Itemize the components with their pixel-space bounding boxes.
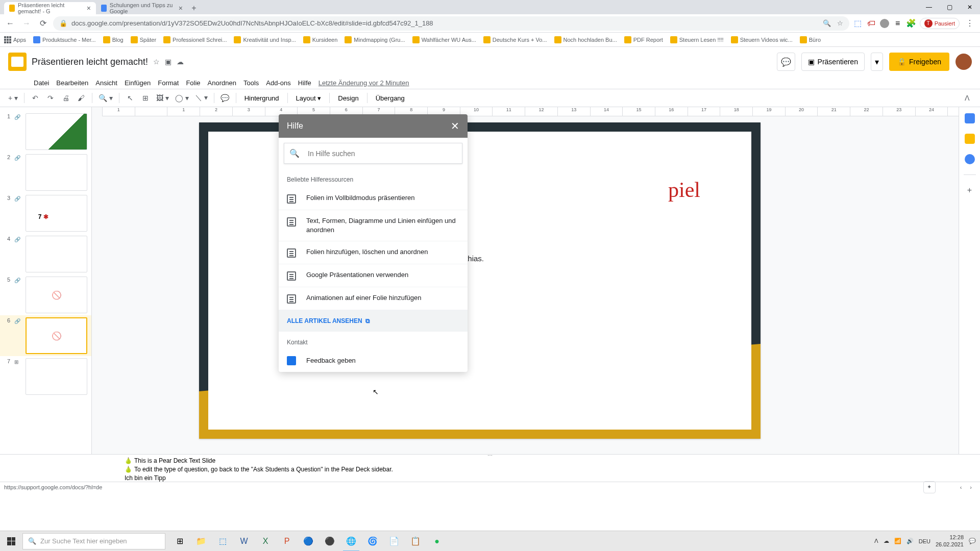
browser-tab-1[interactable]: Präsentieren leicht gemacht! - G × xyxy=(4,2,96,14)
extensions-icon[interactable]: 🧩 xyxy=(906,19,916,28)
minimize-button[interactable]: — xyxy=(919,0,939,14)
bookmark-item[interactable]: Mindmapping (Gru... xyxy=(345,36,405,43)
app-icon[interactable]: ⬚ xyxy=(212,531,233,552)
close-icon[interactable]: × xyxy=(87,4,91,12)
bookmark-item[interactable]: Wahlfächer WU Aus... xyxy=(412,36,476,43)
app-icon[interactable]: 🔵 xyxy=(298,531,318,552)
paint-format-button[interactable]: 🖌 xyxy=(75,91,88,105)
slide-thumb-3[interactable]: 3🔗 7 ✱ xyxy=(0,193,91,234)
close-icon[interactable]: × xyxy=(179,4,183,12)
new-tab-button[interactable]: + xyxy=(188,2,200,14)
word-icon[interactable]: W xyxy=(234,531,254,552)
back-button[interactable]: ← xyxy=(4,17,16,30)
language-indicator[interactable]: DEU xyxy=(919,538,930,544)
reload-button[interactable]: ⟳ xyxy=(37,17,49,30)
bookmark-item[interactable]: Büro xyxy=(800,36,821,43)
menu-datei[interactable]: Datei xyxy=(31,78,52,88)
help-article-item[interactable]: Google Präsentationen verwenden xyxy=(279,264,468,287)
tray-chevron-icon[interactable]: ᐱ xyxy=(874,538,878,544)
bookmark-item[interactable]: Steuern Lesen !!!! xyxy=(670,36,724,43)
menu-einfuegen[interactable]: Einfügen xyxy=(121,78,154,88)
slide-thumb-6[interactable]: 6🔗 xyxy=(0,315,91,356)
last-change-link[interactable]: Letzte Änderung vor 2 Minuten xyxy=(315,78,412,88)
slide-thumb-7[interactable]: 7⊞ xyxy=(0,356,91,397)
text-box-tool[interactable]: ⊞ xyxy=(139,91,152,105)
browser-tab-2[interactable]: Schulungen und Tipps zu Google × xyxy=(96,2,188,14)
menu-addons[interactable]: Add-ons xyxy=(263,78,293,88)
calendar-icon[interactable] xyxy=(965,113,975,123)
task-view-button[interactable]: ⊞ xyxy=(169,531,190,552)
speaker-notes[interactable]: ⋯ 🍐This is a Pear Deck Text Slide 🍐To ed… xyxy=(0,454,980,482)
forward-button[interactable]: → xyxy=(20,17,33,30)
prev-slide-arrow[interactable]: ‹ xyxy=(956,484,966,490)
redo-button[interactable]: ↷ xyxy=(44,91,57,105)
undo-button[interactable]: ↶ xyxy=(29,91,42,105)
wifi-icon[interactable]: 📶 xyxy=(894,538,901,544)
bookmark-item[interactable]: Noch hochladen Bu... xyxy=(554,36,617,43)
help-article-item[interactable]: Text, Formen, Diagramme und Linien einfü… xyxy=(279,210,468,241)
bookmark-item[interactable]: Professionell Schrei... xyxy=(163,36,227,43)
slide-thumb-5[interactable]: 5🔗 xyxy=(0,274,91,315)
explore-button[interactable]: ✦ xyxy=(923,481,936,493)
cloud-icon[interactable]: ☁ xyxy=(884,538,889,544)
extension-icon[interactable]: 🏷 xyxy=(867,19,876,28)
help-all-articles-link[interactable]: ALLE ARTIKEL ANSEHEN ⧉ xyxy=(279,310,468,332)
app-icon[interactable]: 📋 xyxy=(405,531,426,552)
slide-thumb-4[interactable]: 4🔗 xyxy=(0,234,91,274)
select-tool[interactable]: ↖ xyxy=(124,91,137,105)
cloud-icon[interactable]: ☁ xyxy=(177,58,184,66)
start-button[interactable] xyxy=(0,531,22,552)
extension-icon[interactable] xyxy=(880,19,889,28)
document-title[interactable]: Präsentieren leicht gemacht! xyxy=(32,57,148,67)
address-bar[interactable]: 🔒 docs.google.com/presentation/d/1yV372S… xyxy=(53,16,849,31)
zoom-icon[interactable]: 🔍 xyxy=(823,19,831,27)
apps-bookmark[interactable]: Apps xyxy=(4,36,26,43)
notification-icon[interactable]: 💬 xyxy=(969,538,976,544)
app-icon[interactable]: ⚫ xyxy=(320,531,340,552)
background-button[interactable]: Hintergrund xyxy=(240,94,283,102)
maximize-button[interactable]: ▢ xyxy=(939,0,960,14)
collapse-toolbar-button[interactable]: ᐱ xyxy=(961,91,974,105)
share-button[interactable]: 🔒 Freigeben xyxy=(889,53,949,71)
volume-icon[interactable]: 🔊 xyxy=(906,538,914,544)
extension-icon[interactable]: ⬚ xyxy=(853,19,863,28)
bookmark-item[interactable]: Kursideen xyxy=(303,36,338,43)
help-search-box[interactable]: 🔍 xyxy=(284,143,462,164)
bookmark-item[interactable]: Kreativität und Insp... xyxy=(234,36,296,43)
tasks-icon[interactable] xyxy=(965,154,975,164)
help-feedback-item[interactable]: Feedback geben xyxy=(279,350,468,371)
next-slide-arrow[interactable]: › xyxy=(966,484,976,490)
keep-icon[interactable] xyxy=(965,134,975,144)
file-explorer-icon[interactable]: 📁 xyxy=(191,531,211,552)
slides-logo[interactable] xyxy=(8,53,27,71)
bookmark-item[interactable]: Deutsche Kurs + Vo... xyxy=(483,36,547,43)
menu-bearbeiten[interactable]: Bearbeiten xyxy=(53,78,91,88)
help-article-item[interactable]: Folien hinzufügen, löschen und anordnen xyxy=(279,241,468,264)
star-icon[interactable]: ☆ xyxy=(837,19,843,27)
menu-folie[interactable]: Folie xyxy=(183,78,203,88)
profile-paused-button[interactable]: T Pausiert xyxy=(920,18,960,29)
move-icon[interactable]: ▣ xyxy=(165,58,172,66)
edge-icon[interactable]: 🌀 xyxy=(362,531,383,552)
bookmark-item[interactable]: PDF Report xyxy=(624,36,663,43)
star-icon[interactable]: ☆ xyxy=(153,58,160,66)
line-tool[interactable]: ＼ ▾ xyxy=(193,91,210,105)
help-search-input[interactable] xyxy=(308,149,457,158)
notes-resize-handle[interactable]: ⋯ xyxy=(487,453,493,458)
clock[interactable]: 12:28 26.02.2021 xyxy=(936,534,964,547)
slide-thumb-2[interactable]: 2🔗 xyxy=(0,152,91,193)
windows-search-box[interactable]: 🔍 Zur Suche Text hier eingeben xyxy=(22,533,165,549)
bookmark-item[interactable]: Steuern Videos wic... xyxy=(731,36,793,43)
powerpoint-icon[interactable]: P xyxy=(277,531,297,552)
close-icon[interactable]: ✕ xyxy=(451,120,459,132)
add-icon[interactable]: + xyxy=(965,185,975,195)
bookmark-item[interactable]: Später xyxy=(131,36,156,43)
design-button[interactable]: Design xyxy=(334,94,362,102)
print-button[interactable]: 🖨 xyxy=(59,91,72,105)
extension-icon[interactable]: ≡ xyxy=(893,19,902,28)
image-tool[interactable]: 🖼 ▾ xyxy=(154,91,171,105)
bookmark-item[interactable]: Produktsuche - Mer... xyxy=(33,36,96,43)
zoom-button[interactable]: 🔍 ▾ xyxy=(96,91,115,105)
menu-button[interactable]: ⋮ xyxy=(964,17,976,30)
menu-anordnen[interactable]: Anordnen xyxy=(205,78,239,88)
